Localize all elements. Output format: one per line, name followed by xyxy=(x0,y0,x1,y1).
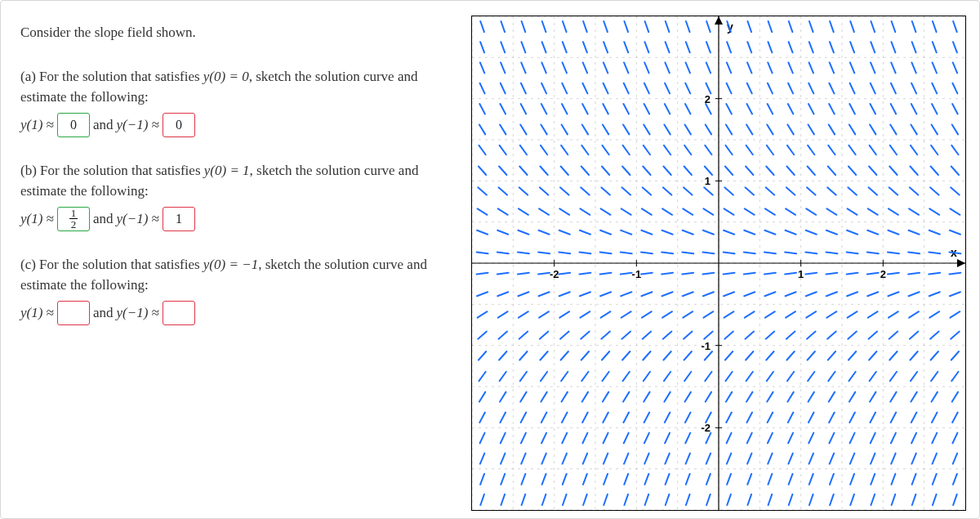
svg-line-89 xyxy=(500,145,506,154)
svg-line-553 xyxy=(912,474,916,485)
svg-line-117 xyxy=(521,62,525,73)
svg-line-261 xyxy=(644,62,648,73)
svg-line-62 xyxy=(478,208,488,214)
svg-line-267 xyxy=(665,433,670,444)
svg-line-449 xyxy=(808,145,814,154)
svg-line-435 xyxy=(808,433,813,444)
svg-line-49 xyxy=(480,474,484,485)
y1-label-c: y(1) ≈ xyxy=(20,302,54,324)
svg-line-362 xyxy=(747,454,751,464)
and-c: and xyxy=(93,302,114,324)
svg-line-535 xyxy=(889,351,897,360)
svg-line-479 xyxy=(830,21,834,32)
svg-line-319 xyxy=(705,351,712,360)
svg-line-142 xyxy=(542,42,546,52)
svg-line-116 xyxy=(521,83,526,94)
svg-marker-28 xyxy=(957,259,965,267)
svg-line-199 xyxy=(602,351,609,360)
answer-c2[interactable] xyxy=(163,301,195,325)
svg-line-99 xyxy=(521,433,526,444)
svg-line-234 xyxy=(623,124,629,134)
svg-line-437 xyxy=(808,392,814,402)
answer-a1[interactable]: 0 xyxy=(57,113,90,137)
svg-line-408 xyxy=(789,494,793,505)
svg-line-182 xyxy=(580,208,590,214)
svg-line-363 xyxy=(747,433,752,444)
svg-line-376 xyxy=(746,167,753,175)
svg-line-55 xyxy=(479,351,486,360)
part-a-prompt: (a) For the solution that satisfies xyxy=(20,69,203,84)
svg-line-52 xyxy=(479,413,485,423)
svg-line-518 xyxy=(868,208,878,214)
svg-line-86 xyxy=(498,208,508,214)
svg-line-282 xyxy=(664,124,670,134)
svg-marker-29 xyxy=(715,16,723,25)
svg-line-315 xyxy=(706,433,710,444)
svg-line-98 xyxy=(521,454,525,464)
svg-line-585 xyxy=(929,311,939,317)
svg-line-151 xyxy=(561,351,568,360)
svg-line-348 xyxy=(724,253,735,254)
svg-line-161 xyxy=(561,145,568,154)
svg-line-587 xyxy=(929,273,940,275)
svg-line-481 xyxy=(850,474,854,485)
svg-line-461 xyxy=(829,392,835,402)
svg-line-264 xyxy=(666,494,670,505)
svg-line-465 xyxy=(826,311,836,317)
answer-a2[interactable]: 0 xyxy=(163,113,195,137)
svg-line-132 xyxy=(538,253,550,254)
svg-line-544 xyxy=(889,167,897,175)
svg-line-327 xyxy=(704,187,713,195)
svg-line-562 xyxy=(909,292,920,296)
svg-line-328 xyxy=(705,167,712,175)
svg-line-414 xyxy=(787,372,794,381)
svg-line-472 xyxy=(828,167,835,175)
svg-line-469 xyxy=(826,230,837,235)
svg-line-594 xyxy=(932,124,938,134)
svg-line-616 xyxy=(951,167,959,175)
svg-line-582 xyxy=(931,372,938,381)
svg-line-118 xyxy=(521,42,525,52)
svg-line-516 xyxy=(867,253,879,254)
svg-line-230 xyxy=(621,208,631,214)
svg-line-236 xyxy=(624,83,629,94)
svg-line-285 xyxy=(665,62,669,73)
svg-line-413 xyxy=(787,392,793,402)
svg-line-87 xyxy=(498,187,507,195)
ym1-label-a: y(−1) ≈ xyxy=(117,114,159,136)
svg-line-550 xyxy=(891,42,895,52)
svg-line-551 xyxy=(892,21,896,32)
svg-line-152 xyxy=(560,331,569,338)
svg-line-255 xyxy=(643,187,652,195)
svg-line-457 xyxy=(830,474,834,485)
svg-line-385 xyxy=(768,474,772,485)
svg-line-252 xyxy=(641,253,653,254)
svg-line-434 xyxy=(809,454,813,464)
svg-line-455 xyxy=(809,21,813,32)
svg-line-203 xyxy=(600,273,612,275)
svg-line-321 xyxy=(703,311,713,317)
ym1-label-c: y(−1) ≈ xyxy=(117,302,159,324)
svg-line-110 xyxy=(519,208,528,214)
svg-line-232 xyxy=(622,167,630,175)
svg-line-530 xyxy=(891,454,895,464)
svg-line-440 xyxy=(807,331,816,338)
svg-line-526 xyxy=(871,42,875,52)
svg-line-275 xyxy=(662,273,673,275)
svg-line-181 xyxy=(580,230,590,235)
svg-line-126 xyxy=(541,372,547,381)
svg-line-111 xyxy=(519,187,528,195)
svg-line-602 xyxy=(953,454,957,464)
svg-line-407 xyxy=(768,21,773,32)
svg-line-576 xyxy=(933,494,937,505)
svg-line-107 xyxy=(518,273,529,275)
svg-line-460 xyxy=(829,413,835,423)
svg-line-224 xyxy=(621,331,630,338)
svg-line-416 xyxy=(786,331,795,338)
svg-line-305 xyxy=(684,145,691,154)
answer-b2[interactable]: 1 xyxy=(163,207,195,231)
answer-b1[interactable]: 1 2 xyxy=(57,207,90,231)
answer-c1[interactable] xyxy=(57,301,90,325)
svg-line-313 xyxy=(706,474,710,485)
svg-line-574 xyxy=(912,42,916,52)
